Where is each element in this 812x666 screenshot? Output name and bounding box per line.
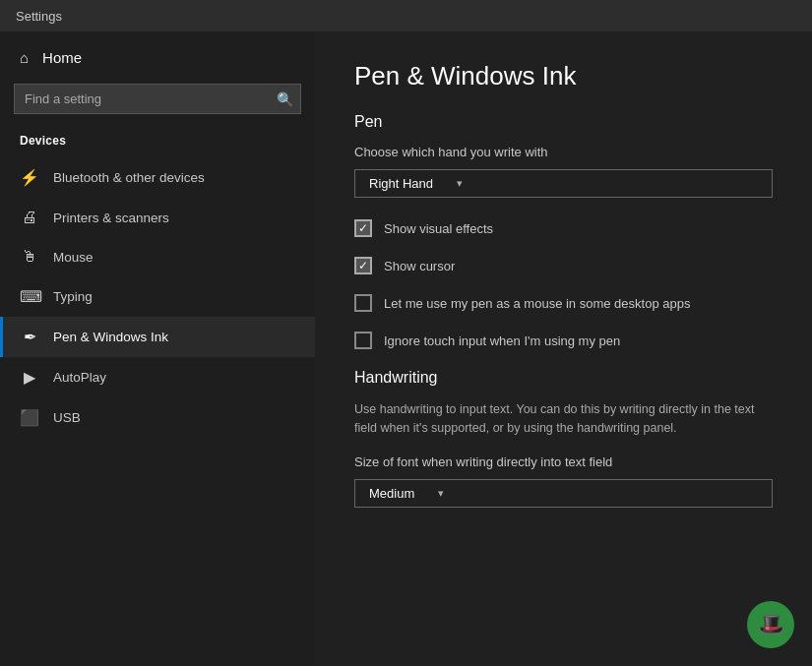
search-icon: 🔍 xyxy=(277,91,293,107)
autoplay-icon: ▶ xyxy=(20,368,39,387)
hand-dropdown[interactable]: Right Hand ▾ xyxy=(354,169,773,198)
visual-effects-row: Show visual effects xyxy=(354,219,773,237)
sidebar-item-autoplay[interactable]: ▶ AutoPlay xyxy=(0,357,315,397)
sidebar-item-pen[interactable]: ✒ Pen & Windows Ink xyxy=(0,317,315,357)
font-size-value: Medium xyxy=(369,486,414,501)
sidebar-item-home[interactable]: ⌂ Home xyxy=(0,31,315,84)
sidebar-item-mouse[interactable]: 🖱 Mouse xyxy=(0,237,315,276)
main-content: Pen & Windows Ink Pen Choose which hand … xyxy=(315,31,812,666)
sidebar-label-autoplay: AutoPlay xyxy=(53,370,106,385)
handwriting-desc: Use handwriting to input text. You can d… xyxy=(354,400,773,439)
page-title: Pen & Windows Ink xyxy=(354,61,773,91)
pen-as-mouse-row: Let me use my pen as a mouse in some des… xyxy=(354,294,773,312)
hand-dropdown-value: Right Hand xyxy=(369,176,433,191)
app-title: Settings xyxy=(16,9,62,24)
show-cursor-checkbox[interactable] xyxy=(354,257,372,274)
handwriting-title: Handwriting xyxy=(354,369,773,387)
typing-icon: ⌨ xyxy=(20,287,39,306)
sidebar-section-devices: Devices xyxy=(0,128,315,153)
chevron-down-icon-font: ▾ xyxy=(438,487,444,500)
title-bar: Settings xyxy=(0,0,812,31)
sidebar-label-mouse: Mouse xyxy=(53,250,94,265)
printers-icon: 🖨 xyxy=(20,209,39,226)
show-cursor-label: Show cursor xyxy=(384,259,455,273)
handwriting-section: Handwriting Use handwriting to input tex… xyxy=(354,369,773,508)
font-size-dropdown[interactable]: Medium ▾ xyxy=(354,479,773,508)
visual-effects-checkbox[interactable] xyxy=(354,219,372,237)
sidebar-item-usb[interactable]: ⬛ USB xyxy=(0,397,315,438)
visual-effects-label: Show visual effects xyxy=(384,221,493,236)
sidebar: ⌂ Home 🔍 Devices ⚡ Bluetooth & other dev… xyxy=(0,31,315,666)
show-cursor-row: Show cursor xyxy=(354,257,773,274)
sidebar-label-bluetooth: Bluetooth & other devices xyxy=(53,170,205,185)
sidebar-label-usb: USB xyxy=(53,410,81,425)
usb-icon: ⬛ xyxy=(20,408,39,427)
mascot-badge: 🎩 xyxy=(747,601,794,648)
bluetooth-icon: ⚡ xyxy=(20,168,39,187)
sidebar-label-pen: Pen & Windows Ink xyxy=(53,330,168,344)
ignore-touch-row: Ignore touch input when I'm using my pen xyxy=(354,332,773,349)
home-icon: ⌂ xyxy=(20,49,29,66)
ignore-touch-label: Ignore touch input when I'm using my pen xyxy=(384,333,620,348)
sidebar-item-typing[interactable]: ⌨ Typing xyxy=(0,276,315,317)
search-input[interactable] xyxy=(14,84,301,114)
home-label: Home xyxy=(42,49,82,66)
pen-as-mouse-label: Let me use my pen as a mouse in some des… xyxy=(384,296,690,311)
sidebar-item-printers[interactable]: 🖨 Printers & scanners xyxy=(0,198,315,237)
app-container: ⌂ Home 🔍 Devices ⚡ Bluetooth & other dev… xyxy=(0,31,812,666)
sidebar-label-typing: Typing xyxy=(53,289,93,304)
mouse-icon: 🖱 xyxy=(20,248,39,266)
sidebar-search-container: 🔍 xyxy=(14,84,301,114)
hand-label: Choose which hand you write with xyxy=(354,145,773,159)
font-size-label: Size of font when writing directly into … xyxy=(354,454,773,469)
pen-as-mouse-checkbox[interactable] xyxy=(354,294,372,312)
pen-section-title: Pen xyxy=(354,113,773,131)
sidebar-label-printers: Printers & scanners xyxy=(53,211,169,225)
pen-icon: ✒ xyxy=(20,328,39,346)
ignore-touch-checkbox[interactable] xyxy=(354,332,372,349)
sidebar-item-bluetooth[interactable]: ⚡ Bluetooth & other devices xyxy=(0,157,315,198)
chevron-down-icon: ▾ xyxy=(457,177,463,190)
